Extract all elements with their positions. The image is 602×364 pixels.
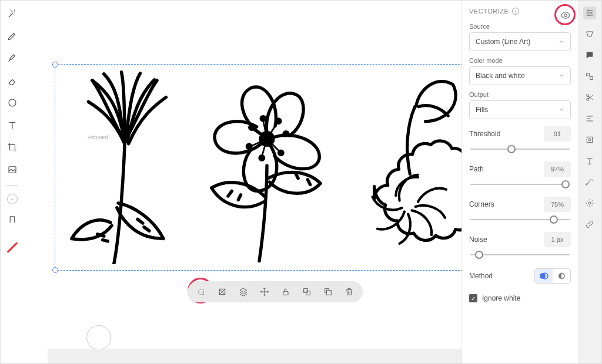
focal-icon[interactable] [583, 133, 596, 146]
colormode-label: Color mode [469, 57, 571, 64]
scissors-icon[interactable] [583, 91, 596, 104]
threshold-value[interactable]: 91 [544, 126, 571, 141]
properties-panel: VECTORIZE i Source Custom (Line Art) Col… [461, 1, 578, 363]
color-swatch-icon[interactable] [6, 242, 18, 253]
canvas[interactable]: Artboard [24, 1, 461, 363]
align-icon[interactable] [583, 112, 596, 125]
source-select[interactable]: Custom (Line Art) [469, 32, 571, 51]
vectorize-icon[interactable] [196, 287, 206, 297]
duplicate-icon[interactable] [323, 287, 333, 297]
move-icon[interactable] [259, 287, 270, 297]
svg-rect-19 [590, 77, 593, 80]
svg-rect-13 [304, 289, 308, 293]
svg-point-5 [279, 151, 283, 155]
svg-point-4 [284, 132, 288, 136]
noise-label: Noise [469, 235, 487, 244]
swatches-icon[interactable] [583, 28, 596, 41]
svg-point-23 [588, 139, 591, 141]
threshold-slider[interactable] [470, 144, 570, 154]
crop-icon[interactable] [217, 287, 228, 297]
svg-rect-15 [326, 290, 331, 295]
pen-tool-icon[interactable] [5, 29, 19, 43]
colormode-value: Black and white [476, 72, 525, 80]
corners-value[interactable]: 75% [544, 197, 571, 212]
group-icon[interactable] [302, 287, 312, 297]
ignore-white-label: Ignore white [482, 294, 520, 302]
svg-point-0 [9, 99, 16, 106]
svg-point-10 [198, 289, 203, 294]
svg-point-8 [250, 126, 254, 130]
unlock-icon[interactable] [280, 287, 291, 297]
comments-icon[interactable] [583, 49, 596, 62]
corners-label: Corners [469, 200, 494, 208]
svg-point-3 [276, 119, 280, 123]
image-tool-icon[interactable] [5, 163, 19, 177]
curves-icon[interactable] [583, 176, 596, 188]
crop-tool-icon[interactable] [5, 140, 19, 154]
output-label: Output [469, 91, 571, 98]
link-icon[interactable] [583, 218, 596, 231]
method-label: Method [469, 272, 493, 280]
chevron-down-icon [558, 39, 564, 45]
trash-icon[interactable] [344, 287, 354, 297]
text-format-icon[interactable] [5, 213, 19, 227]
left-toolbar: − [1, 1, 24, 363]
ellipse-tool-icon[interactable] [5, 96, 19, 110]
info-icon[interactable]: i [512, 8, 519, 15]
svg-point-9 [261, 117, 265, 121]
method-abut-icon[interactable] [553, 269, 570, 283]
ignore-white-checkbox[interactable]: ✓ [469, 294, 477, 302]
context-toolbar [188, 281, 363, 302]
svg-rect-12 [283, 291, 288, 295]
bottom-bar [48, 349, 461, 363]
chevron-down-icon [558, 107, 564, 113]
svg-point-25 [588, 202, 591, 204]
text-styles-icon[interactable] [583, 154, 596, 167]
layers-icon[interactable] [238, 287, 249, 297]
noise-slider[interactable] [470, 250, 570, 260]
path-label: Path [469, 165, 484, 173]
method-segment[interactable] [534, 268, 571, 284]
color-picker[interactable] [86, 325, 111, 350]
source-label: Source [469, 23, 571, 30]
preview-eye-icon[interactable] [560, 10, 571, 21]
sliders-icon[interactable] [583, 6, 596, 19]
artwork-flowers [55, 65, 474, 270]
svg-rect-18 [587, 73, 590, 76]
colormode-select[interactable]: Black and white [469, 66, 571, 85]
chevron-down-icon [558, 73, 564, 79]
toolbar-divider [6, 185, 18, 186]
threshold-label: Threshold [469, 130, 500, 138]
path-value[interactable]: 97% [544, 161, 571, 177]
source-value: Custom (Line Art) [476, 38, 530, 46]
brush-tool-icon[interactable] [5, 51, 19, 65]
svg-rect-14 [306, 291, 310, 295]
method-overlap-icon[interactable] [535, 269, 553, 283]
magic-wand-icon[interactable] [5, 6, 19, 21]
svg-point-7 [247, 144, 251, 149]
gear-icon[interactable] [583, 197, 596, 210]
eraser-tool-icon[interactable] [5, 73, 19, 87]
path-slider[interactable] [470, 179, 570, 190]
noise-value[interactable]: 1 px [544, 232, 571, 247]
svg-rect-1 [9, 167, 16, 173]
selection-box[interactable] [55, 64, 474, 271]
svg-point-26 [564, 14, 567, 17]
panel-title: VECTORIZE [469, 8, 509, 15]
right-rail [578, 1, 601, 363]
output-value: Fills [476, 106, 488, 114]
output-select[interactable]: Fills [469, 100, 571, 119]
svg-point-6 [260, 156, 264, 160]
corners-slider[interactable] [470, 214, 570, 225]
svg-rect-22 [587, 137, 592, 142]
components-icon[interactable] [583, 70, 596, 83]
type-tool-icon[interactable] [5, 118, 19, 132]
collapse-icon[interactable]: − [7, 194, 18, 204]
